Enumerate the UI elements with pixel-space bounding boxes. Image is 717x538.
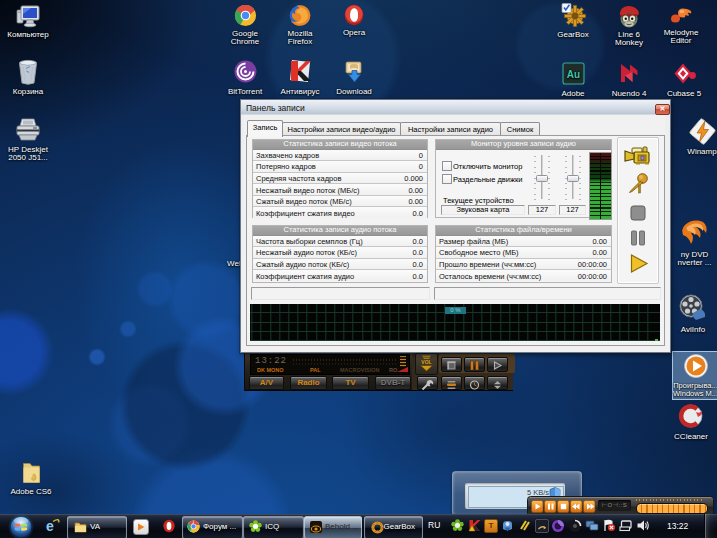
svg-text:Au: Au <box>566 69 579 80</box>
svg-text:VOL: VOL <box>421 359 431 365</box>
